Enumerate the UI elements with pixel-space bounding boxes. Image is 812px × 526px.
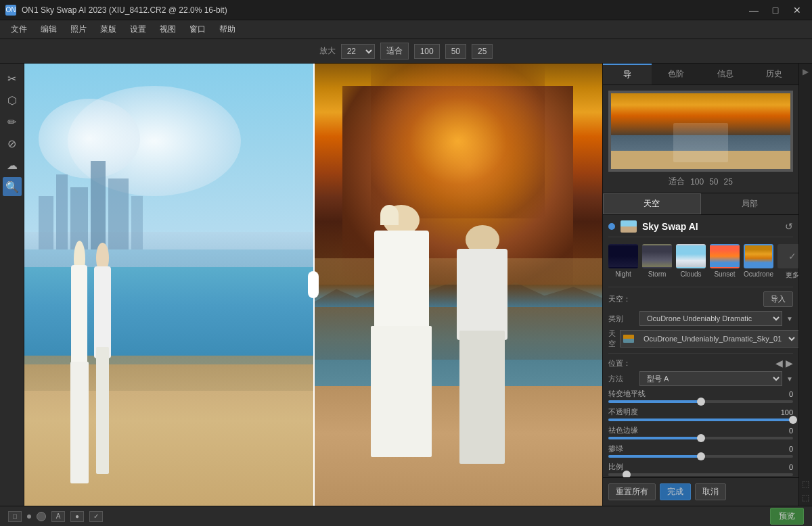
horizon-slider-track[interactable] <box>608 400 793 403</box>
position-right-button[interactable]: ▶ <box>786 358 793 368</box>
dot-indicator <box>27 515 31 519</box>
blend-slider-fill <box>608 455 701 458</box>
skyswap-reset-button[interactable]: ↺ <box>785 221 793 232</box>
circle-indicator[interactable] <box>37 512 46 521</box>
opacity-slider-handle[interactable] <box>789 416 797 424</box>
tab-sky[interactable]: 天空 <box>603 193 701 214</box>
maximize-button[interactable]: □ <box>766 3 785 17</box>
thumb-fit-btn[interactable]: 适合 <box>669 176 685 187</box>
defringe-slider-handle[interactable] <box>697 434 705 442</box>
minimize-button[interactable]: — <box>744 3 763 17</box>
defringe-slider-fill <box>608 437 701 439</box>
reset-all-button[interactable]: 重置所有 <box>608 483 656 500</box>
blend-slider-track[interactable] <box>608 455 793 458</box>
bottom-icon-2[interactable]: A <box>51 511 65 522</box>
preset-ocudrone[interactable]: Ocudrone <box>744 244 773 280</box>
toolbar-center: 放大 222550100 适合 100 50 25 <box>8 43 804 59</box>
thumb-50-btn[interactable]: 50 <box>709 177 718 187</box>
import-button[interactable]: 导入 <box>763 291 793 307</box>
preset-clouds[interactable]: Clouds <box>676 244 706 280</box>
preset-storm-label: Storm <box>648 270 667 278</box>
preset-storm[interactable]: Storm <box>642 244 672 280</box>
menu-file[interactable]: 文件 <box>5 21 32 38</box>
horizon-label: 转变地平线 <box>608 389 646 399</box>
scale-slider-handle[interactable] <box>623 471 631 477</box>
replaced-photo <box>313 64 602 506</box>
zoom-25-button[interactable]: 25 <box>472 44 493 59</box>
defringe-slider-row: 祛色边缘 0 <box>608 425 793 439</box>
menu-settings[interactable]: 设置 <box>125 21 152 38</box>
original-photo <box>24 64 313 506</box>
preset-more-thumb: ✓ <box>777 244 798 268</box>
after-image <box>313 64 602 506</box>
scale-slider-row: 比例 0 <box>608 462 793 476</box>
zoom-100-button[interactable]: 100 <box>414 44 440 59</box>
category-select[interactable]: OcuDrone Undeniably Dramatic <box>639 311 782 326</box>
menu-window[interactable]: 窗口 <box>184 21 211 38</box>
cancel-button[interactable]: 取消 <box>695 483 726 500</box>
preset-sunset[interactable]: Sunset <box>710 244 740 280</box>
skyswap-icon <box>621 220 637 233</box>
titlebar-left: ON ON1 Sky Swap AI 2023 (XIU_8412.CR2 @ … <box>5 5 227 16</box>
select-tool[interactable]: ⬡ <box>3 91 22 110</box>
preset-more[interactable]: ✓ 更多 <box>777 244 798 280</box>
sky-mini-thumb <box>623 335 634 343</box>
blend-slider-handle[interactable] <box>697 452 705 460</box>
menu-help[interactable]: 帮助 <box>214 21 241 38</box>
skyswap-header: Sky Swap AI ↺ <box>608 220 793 237</box>
zoom-select[interactable]: 222550100 <box>341 44 375 59</box>
category-label: 类别 <box>608 314 635 324</box>
tab-local[interactable]: 局部 <box>701 193 799 214</box>
preview-button[interactable]: 预览 <box>770 508 804 525</box>
zoom-tool[interactable]: 🔍 <box>3 177 22 196</box>
sky-tool[interactable]: ☁ <box>3 156 22 174</box>
preset-ocudrone-thumb <box>744 244 773 268</box>
opacity-slider-track[interactable] <box>608 419 793 421</box>
category-row: 类别 OcuDrone Undeniably Dramatic ▼ <box>608 311 793 326</box>
side-icon-bot[interactable]: ⬚ <box>800 492 811 503</box>
fit-button[interactable]: 适合 <box>380 43 409 59</box>
menu-filter[interactable]: 菜版 <box>95 21 122 38</box>
position-left-button[interactable]: ◀ <box>775 358 783 368</box>
side-icon-mid[interactable]: ⬚ <box>800 479 811 489</box>
bottom-bar: □ A ● ✓ 预览 <box>0 506 812 526</box>
defringe-slider-track[interactable] <box>608 437 793 439</box>
menu-photo[interactable]: 照片 <box>65 21 92 38</box>
titlebar: ON ON1 Sky Swap AI 2023 (XIU_8412.CR2 @ … <box>0 0 812 20</box>
more-checkmark-icon: ✓ <box>788 251 796 262</box>
menu-view[interactable]: 视图 <box>154 21 181 38</box>
window-controls[interactable]: — □ ✕ <box>744 3 807 17</box>
zoom-50-button[interactable]: 50 <box>445 44 466 59</box>
bottom-icon-4[interactable]: ✓ <box>89 511 103 522</box>
tab-guide[interactable]: 导 <box>603 64 652 85</box>
split-view <box>24 64 602 506</box>
bottom-icon-3[interactable]: ● <box>70 511 84 522</box>
crop-tool[interactable]: ✂ <box>3 69 22 88</box>
sky-select[interactable]: OcuDrone_Undeniably_Dramatic_Sky_01 <box>637 332 797 345</box>
method-select[interactable]: 型号 A 型号 B <box>639 371 782 386</box>
brush-tool[interactable]: ✏ <box>3 112 22 131</box>
main-area: ✂ ⬡ ✏ ⊘ ☁ 🔍 <box>0 64 812 506</box>
blend-label: 掺绿 <box>608 444 623 454</box>
tab-history[interactable]: 历史 <box>750 64 798 85</box>
bottom-icon-1[interactable]: □ <box>8 511 22 522</box>
close-button[interactable]: ✕ <box>788 3 807 17</box>
scale-slider-track[interactable] <box>608 473 793 476</box>
preset-night[interactable]: Night <box>608 244 638 280</box>
toolbar: 放大 222550100 适合 100 50 25 <box>0 39 812 64</box>
menu-edit[interactable]: 编辑 <box>35 21 62 38</box>
side-icon-top[interactable]: ▶ <box>800 66 811 77</box>
tab-info[interactable]: 信息 <box>701 64 750 85</box>
left-toolbar: ✂ ⬡ ✏ ⊘ ☁ 🔍 <box>0 64 24 506</box>
thumb-25-btn[interactable]: 25 <box>724 177 733 187</box>
done-button[interactable]: 完成 <box>660 483 691 500</box>
thumb-100-btn[interactable]: 100 <box>690 177 704 187</box>
method-row: 方法 型号 A 型号 B ▼ <box>608 371 793 386</box>
split-handle[interactable] <box>308 271 319 298</box>
skyswap-title: Sky Swap AI <box>642 221 780 232</box>
menubar: 文件 编辑 照片 菜版 设置 视图 窗口 帮助 <box>0 20 812 39</box>
tab-levels[interactable]: 色阶 <box>652 64 700 85</box>
horizon-slider-handle[interactable] <box>697 398 705 406</box>
opacity-value: 100 <box>776 408 793 416</box>
heal-tool[interactable]: ⊘ <box>3 134 22 153</box>
